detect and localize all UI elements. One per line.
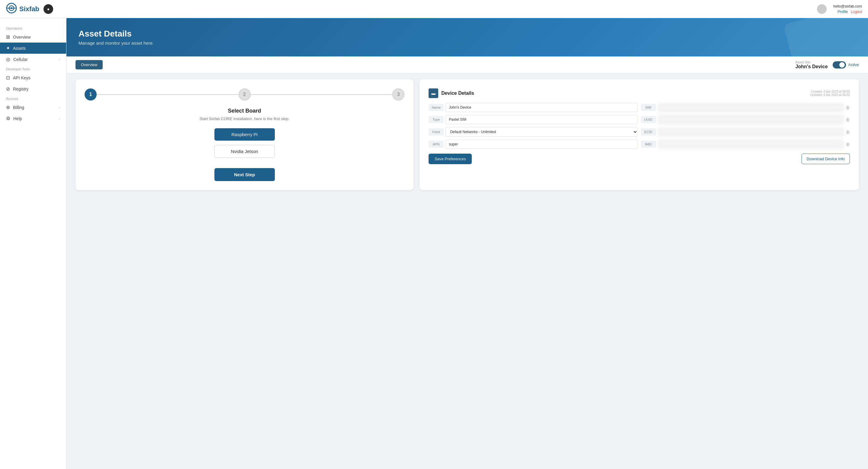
registry-icon: ⊘ [6,86,10,92]
step-2-circle: 2 [239,89,251,100]
sidebar-section-operations: Operations [0,24,66,31]
sidebar-item-label: Cellular [13,57,28,62]
step-3-circle: 3 [392,89,404,100]
type-row: Type [429,115,638,124]
page-title: Asset Details [79,29,856,39]
user-email: hello@sixfab.com [833,4,862,8]
next-step-button[interactable]: Next Step [214,168,275,181]
header-banner: Asset Details Manage and monitor your as… [66,18,868,57]
sidebar-item-label: API Keys [13,75,31,80]
ecid-trash-icon[interactable]: 🗑 [846,130,850,134]
nav-circle-icon: ● [47,7,50,11]
imei-input[interactable] [658,140,844,149]
imei-trash-icon[interactable]: 🗑 [846,142,850,147]
overview-tab[interactable]: Overview [75,60,103,69]
step-3-label: 3 [397,92,400,97]
name-label: Name [429,104,444,111]
sidebar-item-label: Overview [13,35,31,39]
select-board-subtitle: Start Sixfab CORE installation, here is … [85,116,404,121]
cellular-icon: ◎ [6,57,10,62]
uuid-trash-icon[interactable]: 🗑 [846,117,850,122]
sidebar-section-account: Account [0,95,66,102]
nav-left: Sixfab ● [6,3,53,15]
step-1-circle: 1 [85,89,97,100]
sidebar-item-label: Help [13,116,22,121]
profile-link[interactable]: Profile [837,10,848,14]
save-preferences-button[interactable]: Save Preferences [429,154,472,164]
uuid-input[interactable] [658,115,844,124]
created-timestamp: Created: 6 Apr 2023 at 06:00 [810,90,850,93]
device-details-header: ▬ Device Details Created: 6 Apr 2023 at … [429,89,850,98]
step-2-label: 2 [243,92,246,97]
chevron-right-icon: › [59,117,60,121]
imei-label: IMEI [641,141,656,148]
device-details-card: ▬ Device Details Created: 6 Apr 2023 at … [420,79,859,190]
logo-icon [6,3,17,15]
sidebar-item-label: Billing [13,105,24,110]
asset-name: John's Device [796,64,828,69]
sim-input[interactable] [658,103,844,112]
sidebar-item-overview[interactable]: ⊞ Overview [0,31,66,42]
sidebar-item-label: Registry [13,87,28,92]
nav-right: hello@sixfab.com Profile Logout [833,4,862,14]
apn-row: APN [429,140,638,149]
sidebar-item-label: Assets [13,46,26,51]
apn-input[interactable] [445,140,638,149]
sim-trash-icon[interactable]: 🗑 [846,105,850,110]
ecid-input[interactable] [658,127,844,136]
feed-row: Feed Default Networks - Unlimited [429,127,638,137]
step-line-1 [97,94,239,95]
overview-icon: ⊞ [6,34,10,40]
ecid-label: ECID [641,128,656,135]
device-form: Name SIM 🗑 Type UUID [429,103,850,149]
name-input[interactable] [445,103,638,112]
select-board-card: 1 2 3 Select Board Start Sixfab CORE ins… [75,79,413,190]
avatar [817,4,827,14]
sim-row: SIM 🗑 [641,103,850,112]
device-details-title: Device Details [441,91,474,96]
billing-icon: ⊛ [6,104,10,110]
ecid-row: ECID 🗑 [641,127,850,137]
logo-text: Sixfab [19,5,39,13]
type-input[interactable] [445,115,638,124]
board-buttons: Raspberry Pi Nvidia Jetson Next Step [85,128,404,181]
toggle-group: Active [833,61,859,68]
main: Asset Details Manage and monitor your as… [66,18,868,469]
nvidia-jetson-button[interactable]: Nvidia Jetson [214,145,275,158]
layout: Operations ⊞ Overview ✦ Assets ◎ Cellula… [0,18,868,469]
sidebar-item-billing[interactable]: ⊛ Billing › [0,102,66,113]
logo[interactable]: Sixfab [6,3,39,15]
sidebar-item-assets[interactable]: ✦ Assets [0,42,66,54]
sidebar-item-help[interactable]: ⚙ Help › [0,113,66,124]
logout-link[interactable]: Logout [851,10,862,14]
uuid-label: UUID [641,116,656,123]
imei-row: IMEI 🗑 [641,140,850,149]
content-columns: 1 2 3 Select Board Start Sixfab CORE ins… [66,73,868,196]
sidebar-section-developer: Developer Tools [0,65,66,72]
device-icon-symbol: ▬ [431,91,435,96]
download-device-info-button[interactable]: Download Device Info [802,154,850,164]
asset-site-label: Asset Site [796,60,828,64]
sidebar-item-api-keys[interactable]: ⊡ API Keys [0,72,66,83]
assets-icon: ✦ [6,45,10,51]
updated-timestamp: Updated: 6 Apr 2023 at 06:02 [810,93,850,97]
chevron-right-icon: › [59,58,60,61]
raspberry-pi-button[interactable]: Raspberry Pi [214,128,275,141]
feed-select[interactable]: Default Networks - Unlimited [445,127,638,137]
feed-label: Feed [429,128,444,135]
tab-bar-right: Asset Site John's Device Active [796,60,859,69]
sidebar-item-registry[interactable]: ⊘ Registry [0,83,66,95]
sidebar-item-cellular[interactable]: ◎ Cellular › [0,54,66,65]
card-footer: Save Preferences Download Device Info [429,154,850,164]
step-1-label: 1 [89,92,92,97]
apikeys-icon: ⊡ [6,75,10,80]
asset-name-group: Asset Site John's Device [796,60,828,69]
page-subtitle: Manage and monitor your asset here. [79,40,856,45]
help-icon: ⚙ [6,115,10,121]
sim-label: SIM [641,104,656,111]
step-line-2 [251,94,393,95]
device-timestamps: Created: 6 Apr 2023 at 06:00 Updated: 6 … [810,90,850,97]
name-row: Name [429,103,638,112]
status-toggle[interactable] [833,61,846,68]
nav-circle-btn[interactable]: ● [43,4,53,14]
